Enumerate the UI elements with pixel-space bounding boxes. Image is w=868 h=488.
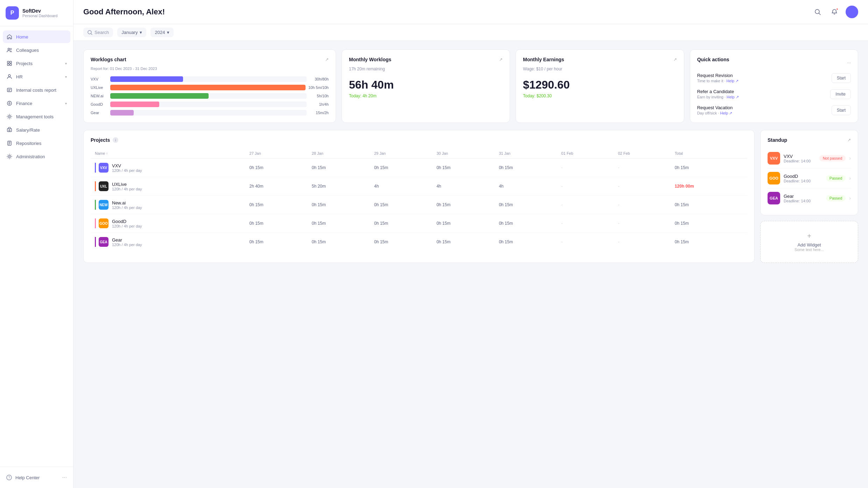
quick-action-item: Refer a Candidate Earn by inviting · Hel… <box>697 89 851 99</box>
bar-fill <box>110 102 159 107</box>
chart-bar-row: GoodD 1h/4h <box>91 102 329 107</box>
chevron-right-icon[interactable]: › <box>849 155 851 161</box>
monthly-worklogs-expand-icon[interactable]: ↗ <box>499 57 503 62</box>
standup-project-name: Gear <box>784 194 822 199</box>
standup-item[interactable]: VXV VXV Deadline: 14:00 Not passed › <box>768 148 851 168</box>
month-chevron-icon: ▾ <box>140 30 142 35</box>
monthly-worklogs-title: Monthly Worklogs <box>349 57 391 62</box>
toolbar: Search January ▾ 2024 ▾ <box>74 24 868 41</box>
sidebar-item-home[interactable]: Home <box>3 30 70 43</box>
user-avatar[interactable] <box>846 6 858 18</box>
add-widget-card[interactable]: + Add Widget Some text here... <box>760 221 858 263</box>
sidebar-item-internal-costs[interactable]: Internal costs report <box>3 84 70 96</box>
sidebar-item-colleagues[interactable]: Colleagues <box>3 44 70 56</box>
sort-icon[interactable]: ↑ <box>106 152 108 155</box>
header-actions <box>812 6 858 18</box>
standup-expand-icon[interactable]: ↗ <box>847 138 851 142</box>
project-cell: 0h 15m <box>308 159 370 177</box>
year-label: 2024 <box>155 30 165 35</box>
bottom-row: Projects i Name↑27 Jan28 Jan29 Jan30 Jan… <box>83 130 858 263</box>
project-cell: 120h 00m <box>671 177 747 196</box>
qa-action-button[interactable]: Start <box>832 73 851 83</box>
project-cell: 0h 15m <box>370 196 432 214</box>
projects-nav-icon <box>6 60 13 67</box>
bar-label: UXLive <box>91 85 107 90</box>
chevron-down-icon: ▾ <box>65 102 67 105</box>
help-dots-icon[interactable]: ··· <box>62 474 67 481</box>
table-row: GOO GoodD 120h / 4h per day 0h 15m0h 15m… <box>91 214 747 233</box>
qa-help-link[interactable]: Help ↗ <box>727 79 739 83</box>
monthly-earnings-expand-icon[interactable]: ↗ <box>673 57 677 62</box>
app-name: SoftDev <box>22 8 57 14</box>
sidebar-item-finance[interactable]: Finance▾ <box>3 97 70 110</box>
quick-actions-dots-icon[interactable]: ··· <box>847 60 851 65</box>
monthly-worklogs-header: Monthly Worklogs ↗ <box>349 57 503 62</box>
project-cell: - <box>614 233 671 251</box>
worklogs-chart-bars: VXV 30h/80h UXLive 10h 5m/10h NEW.ai 5h/… <box>91 76 329 116</box>
monthly-worklogs-today: Today: 4h 20m <box>349 93 503 98</box>
bar-track <box>110 85 306 90</box>
bar-track <box>110 102 307 107</box>
add-widget-icon: + <box>807 232 811 240</box>
project-cell: 0h 15m <box>370 214 432 233</box>
svg-point-0 <box>8 48 10 50</box>
qa-sub: Time to make it · Help ↗ <box>697 79 832 83</box>
project-cell: - <box>557 233 614 251</box>
projects-info-icon[interactable]: i <box>113 137 118 143</box>
project-cell: - <box>614 159 671 177</box>
project-cell: 0h 15m <box>370 159 432 177</box>
search-icon[interactable] <box>812 6 823 18</box>
chevron-right-icon[interactable]: › <box>849 175 851 181</box>
bar-fill <box>110 85 306 90</box>
qa-name: Refer a Candidate <box>697 89 831 94</box>
page-header: Good Afternoon, Alex! <box>74 0 868 24</box>
sidebar-item-management-tools[interactable]: Management tools <box>3 110 70 123</box>
standup-info: VXV Deadline: 14:00 <box>784 154 816 163</box>
project-cell: 0h 15m <box>495 196 557 214</box>
qa-action-button[interactable]: Start <box>832 105 851 115</box>
app-logo-icon: P <box>6 6 19 20</box>
sidebar-item-salary-rate[interactable]: Salary/Rate <box>3 124 70 136</box>
monthly-worklogs-total: 56h 40m <box>349 78 503 91</box>
sidebar-item-repositories[interactable]: Repositories <box>3 137 70 149</box>
search-box[interactable]: Search <box>83 28 113 37</box>
help-center-item[interactable]: ? Help Center ··· <box>3 471 70 484</box>
standup-item[interactable]: GEA Gear Deadline: 14:00 Passed › <box>768 188 851 208</box>
chevron-down-icon: ▾ <box>65 62 67 65</box>
project-cell: - <box>614 177 671 196</box>
bar-value: 1h/4h <box>309 102 329 106</box>
sidebar-item-administration[interactable]: Administration <box>3 150 70 163</box>
standup-project-name: GoodD <box>784 174 822 179</box>
project-info: VXV 120h / 4h per day <box>112 163 142 173</box>
sidebar-item-projects[interactable]: Projects▾ <box>3 57 70 70</box>
worklogs-chart-expand-icon[interactable]: ↗ <box>325 57 329 62</box>
project-sub-label: 120h / 4h per day <box>112 243 142 247</box>
monthly-earnings-total: $1290.60 <box>523 78 677 91</box>
bar-value: 10h 5m/10h <box>308 85 329 90</box>
year-filter[interactable]: 2024 ▾ <box>150 28 174 37</box>
project-cell: 0h 15m <box>432 159 495 177</box>
standup-project-name: VXV <box>784 154 816 159</box>
sidebar-item-hr[interactable]: HR▾ <box>3 70 70 83</box>
hr-nav-icon <box>6 74 13 80</box>
sidebar-item-label: Internal costs report <box>16 88 56 93</box>
qa-action-button[interactable]: Invite <box>830 89 851 99</box>
project-cell: - <box>557 214 614 233</box>
standup-item[interactable]: GOO GoodD Deadline: 14:00 Passed › <box>768 168 851 188</box>
project-avatar: GEA <box>99 237 108 247</box>
project-cell: 0h 15m <box>308 233 370 251</box>
month-filter[interactable]: January ▾ <box>117 28 146 37</box>
cards-row: Worklogs chart ↗ Report for: 01 Dec 2023… <box>83 49 858 123</box>
sidebar-item-label: Repositories <box>16 141 41 146</box>
notifications-icon[interactable] <box>829 6 840 18</box>
standup-info: GoodD Deadline: 14:00 <box>784 174 822 183</box>
qa-help-link[interactable]: Help ↗ <box>727 95 739 99</box>
help-center-label: Help Center <box>15 475 40 480</box>
project-cell: 0h 15m <box>495 159 557 177</box>
standup-card: Standup ↗ VXV VXV Deadline: 14:00 Not pa… <box>760 130 858 215</box>
content: Worklogs chart ↗ Report for: 01 Dec 2023… <box>74 41 868 488</box>
chevron-right-icon[interactable]: › <box>849 195 851 201</box>
svg-point-1 <box>10 48 12 50</box>
worklogs-chart-header: Worklogs chart ↗ <box>91 57 329 62</box>
qa-help-link[interactable]: Help ↗ <box>720 111 732 115</box>
